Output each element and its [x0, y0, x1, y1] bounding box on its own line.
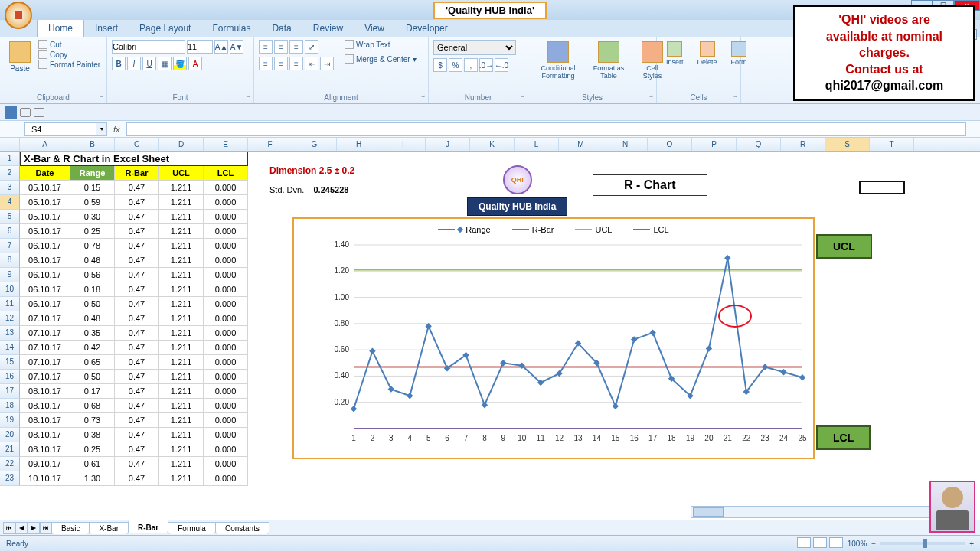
bold-button[interactable]: B — [112, 57, 126, 70]
col-header[interactable]: A — [20, 138, 70, 151]
col-header[interactable]: M — [559, 138, 603, 151]
col-header[interactable]: F — [248, 138, 292, 151]
increase-indent[interactable]: ⇥ — [320, 57, 334, 70]
page-layout-view-button[interactable] — [813, 537, 827, 548]
currency-button[interactable]: $ — [433, 58, 447, 72]
tab-insert[interactable]: Insert — [84, 20, 129, 37]
select-all-corner[interactable] — [0, 138, 20, 151]
insert-cells-button[interactable]: Insert — [662, 40, 688, 67]
col-header[interactable]: J — [426, 138, 470, 151]
col-header[interactable]: O — [648, 138, 692, 151]
col-header[interactable]: B — [70, 138, 115, 151]
align-center[interactable]: ≡ — [274, 57, 288, 70]
col-header[interactable]: N — [603, 138, 648, 151]
copy-button[interactable]: Copy — [38, 50, 100, 59]
merge-center-button[interactable]: Merge & Center ▾ — [345, 54, 416, 64]
underline-button[interactable]: U — [142, 57, 156, 70]
col-header[interactable]: I — [381, 138, 426, 151]
name-box[interactable] — [24, 122, 96, 136]
formula-bar: ▾ fx — [0, 121, 980, 138]
conditional-formatting-button[interactable]: Conditional Formatting — [533, 40, 583, 81]
formula-input[interactable] — [126, 122, 966, 136]
office-button[interactable] — [5, 2, 32, 29]
undo-button[interactable] — [20, 108, 31, 117]
svg-rect-62 — [724, 255, 730, 261]
number-format-select[interactable]: General — [433, 40, 516, 55]
tab-developer[interactable]: Developer — [395, 20, 459, 37]
col-header[interactable]: E — [204, 138, 248, 151]
align-bottom[interactable]: ≡ — [289, 40, 303, 54]
align-left[interactable]: ≡ — [259, 57, 273, 70]
tab-formulas[interactable]: Formulas — [201, 20, 261, 37]
horizontal-scrollbar[interactable] — [691, 506, 966, 518]
border-button[interactable]: ▦ — [158, 57, 172, 70]
format-as-table-button[interactable]: Format as Table — [588, 40, 629, 81]
svg-rect-56 — [612, 403, 619, 409]
tab-view[interactable]: View — [354, 20, 395, 37]
paste-icon — [9, 41, 31, 63]
sheet-nav-first[interactable]: ⏮ — [3, 522, 15, 534]
redo-button[interactable] — [34, 108, 44, 117]
col-header[interactable]: S — [825, 138, 870, 151]
fill-color-button[interactable]: 🪣 — [173, 57, 187, 70]
sheet-nav-prev[interactable]: ◀ — [15, 522, 28, 534]
paste-button[interactable]: Paste — [5, 40, 35, 74]
comma-button[interactable]: , — [464, 58, 478, 72]
promo-line: charges. — [802, 44, 967, 61]
decrease-indent[interactable]: ⇤ — [305, 57, 318, 70]
zoom-slider[interactable] — [880, 542, 965, 545]
zoom-out-button[interactable]: − — [871, 540, 876, 548]
col-header[interactable]: H — [337, 138, 381, 151]
name-box-dropdown[interactable]: ▾ — [96, 122, 107, 136]
format-cells-button[interactable]: Form — [727, 40, 752, 67]
increase-font-button[interactable]: A▲ — [214, 40, 228, 54]
decrease-font-button[interactable]: A▼ — [230, 40, 243, 54]
font-size-input[interactable] — [187, 40, 213, 54]
increase-decimal[interactable]: .0→ — [479, 58, 493, 72]
cut-button[interactable]: Cut — [38, 40, 100, 49]
tab-data[interactable]: Data — [261, 20, 302, 37]
format-painter-button[interactable]: Format Painter — [38, 60, 100, 69]
tab-review[interactable]: Review — [302, 20, 354, 37]
page-break-view-button[interactable] — [829, 537, 843, 548]
delete-cells-button[interactable]: Delete — [693, 40, 722, 67]
font-name-input[interactable] — [112, 40, 185, 54]
normal-view-button[interactable] — [797, 537, 811, 548]
wrap-text-button[interactable]: Wrap Text — [345, 40, 416, 49]
fx-icon[interactable]: fx — [113, 125, 120, 134]
col-header[interactable]: T — [870, 138, 914, 151]
chart-object[interactable]: Range R-Bar UCL LCL 0.200.400.600.801.00… — [292, 217, 815, 459]
active-cell[interactable] — [859, 181, 905, 194]
col-header[interactable]: D — [159, 138, 204, 151]
orientation-button[interactable]: ⤢ — [305, 40, 318, 54]
col-header[interactable]: R — [781, 138, 825, 151]
sheet-tab-rbar[interactable]: R-Bar — [128, 520, 168, 533]
sheet-tab-formula[interactable]: Formula — [168, 522, 216, 534]
worksheet-grid[interactable]: A B C D E F G H I J K L M N O P Q R S T … — [0, 138, 980, 522]
align-right[interactable]: ≡ — [289, 57, 303, 70]
sheet-tab-xbar[interactable]: X-Bar — [89, 522, 129, 534]
col-header[interactable]: L — [514, 138, 559, 151]
sheet-tab-constants[interactable]: Constants — [215, 522, 270, 534]
italic-button[interactable]: I — [127, 57, 141, 70]
col-header[interactable]: P — [692, 138, 737, 151]
font-color-button[interactable]: A — [188, 57, 202, 70]
percent-button[interactable]: % — [449, 58, 462, 72]
tab-page-layout[interactable]: Page Layout — [129, 20, 201, 37]
sheet-nav-next[interactable]: ▶ — [28, 522, 40, 534]
align-middle[interactable]: ≡ — [274, 40, 288, 54]
col-header[interactable]: K — [470, 138, 514, 151]
sheet-nav-last[interactable]: ⏭ — [40, 522, 52, 534]
col-header[interactable]: G — [292, 138, 337, 151]
decrease-decimal[interactable]: ←.0 — [495, 58, 508, 72]
tab-home[interactable]: Home — [37, 19, 84, 37]
save-button[interactable] — [5, 106, 17, 119]
sheet-tab-basic[interactable]: Basic — [51, 522, 90, 534]
merge-icon — [345, 54, 354, 64]
dimension-label: Dimension 2.5 ± 0.2 — [270, 165, 905, 176]
group-label: Alignment — [254, 93, 428, 102]
zoom-in-button[interactable]: + — [969, 540, 974, 548]
align-top[interactable]: ≡ — [259, 40, 273, 54]
col-header[interactable]: Q — [737, 138, 781, 151]
col-header[interactable]: C — [115, 138, 159, 151]
